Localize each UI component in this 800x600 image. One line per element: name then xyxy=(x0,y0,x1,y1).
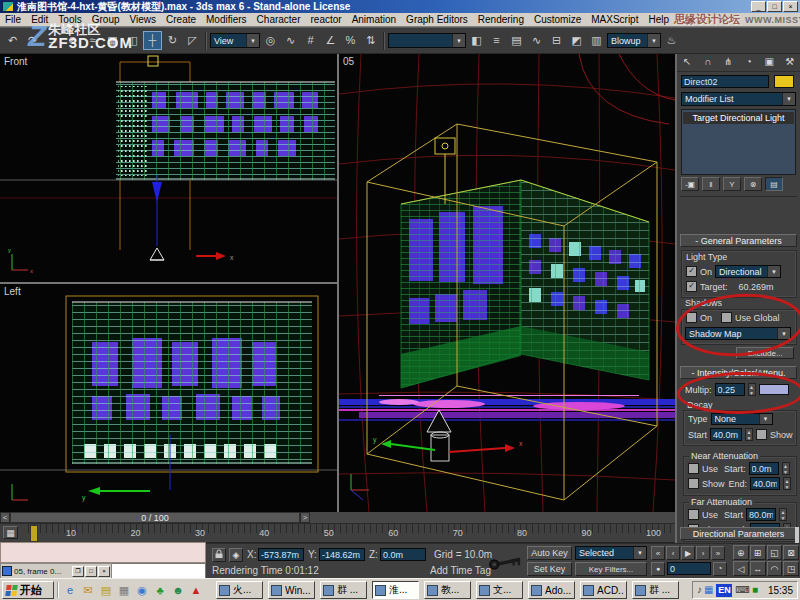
object-name-field[interactable] xyxy=(681,75,769,88)
time-slider-next-button[interactable]: > xyxy=(300,512,310,523)
align-icon[interactable]: ≡ xyxy=(487,31,506,50)
render-type-dropdown[interactable]: Blowup ▼ xyxy=(607,33,661,48)
angle-snap-icon[interactable]: ∠ xyxy=(321,31,340,50)
menu-item[interactable]: Edit xyxy=(26,14,53,25)
light-color-swatch-small[interactable] xyxy=(759,384,789,395)
layer-manager-icon[interactable]: ▤ xyxy=(507,31,526,50)
close-button[interactable]: × xyxy=(783,1,798,12)
menu-item[interactable]: Rendering xyxy=(473,14,529,25)
configure-modifier-sets-icon[interactable]: ▤ xyxy=(765,177,783,191)
task-qun-1[interactable]: 群 ... xyxy=(320,581,367,599)
ie-icon[interactable]: e xyxy=(62,582,78,598)
previous-frame-button[interactable]: ‹ xyxy=(666,546,680,560)
rollout-intensity[interactable]: - Intensity/Color/Attenu. xyxy=(680,366,797,379)
select-and-scale-icon[interactable]: ◸ xyxy=(183,31,202,50)
multiplier-field[interactable] xyxy=(715,383,745,396)
add-time-tag[interactable]: Add Time Tag xyxy=(430,565,491,576)
minimize-button[interactable]: _ xyxy=(751,1,766,12)
antivirus-icon[interactable]: ♣ xyxy=(152,582,168,598)
notes-icon[interactable]: ▤ xyxy=(98,582,114,598)
rollout-general-parameters[interactable]: - General Parameters xyxy=(680,234,797,247)
multiplier-spinner[interactable]: ▲▼ xyxy=(748,383,756,396)
modify-tab[interactable]: ∩ xyxy=(698,54,719,71)
light-type-dropdown[interactable]: Directional ▼ xyxy=(715,265,781,278)
zoom-extents-all-icon[interactable]: ⊠ xyxy=(783,545,799,560)
y-coordinate-field[interactable] xyxy=(319,548,365,561)
task-wenjian[interactable]: 文... xyxy=(476,581,523,599)
keyboard-icon[interactable]: ⌨ xyxy=(735,583,749,597)
key-mode-toggle-button[interactable]: ● xyxy=(651,562,665,576)
absolute-mode-button[interactable]: ◈ xyxy=(229,548,243,562)
select-and-manipulate-icon[interactable]: ∿ xyxy=(281,31,300,50)
time-configuration-button[interactable]: ◔ xyxy=(713,562,727,576)
z-coordinate-field[interactable] xyxy=(380,548,426,561)
viewport-label-front[interactable]: Front xyxy=(4,56,27,67)
redo-icon[interactable]: ↷ xyxy=(23,31,42,50)
play-button[interactable]: ▶ xyxy=(681,546,695,560)
decay-start-field[interactable] xyxy=(710,428,742,441)
mail-icon[interactable]: ✉ xyxy=(80,582,96,598)
time-slider-track[interactable]: 0 / 100 xyxy=(10,512,300,523)
undo-icon[interactable]: ↶ xyxy=(3,31,22,50)
menu-item[interactable]: Character xyxy=(252,14,306,25)
menu-item[interactable]: reactor xyxy=(306,14,347,25)
select-and-link-icon[interactable]: ⊃ xyxy=(43,31,62,50)
shadows-on-checkbox[interactable] xyxy=(686,312,697,323)
menu-item[interactable]: Create xyxy=(161,14,201,25)
vfb-restore-button[interactable]: ❐ xyxy=(72,566,84,577)
front-viewport[interactable]: x x y Front xyxy=(0,54,337,282)
snaps-toggle-icon[interactable]: # xyxy=(301,31,320,50)
vfb-close-button[interactable]: × xyxy=(98,566,110,577)
reference-coordinate-dropdown[interactable]: View ▼ xyxy=(210,33,260,48)
min-max-toggle-icon[interactable]: ◳ xyxy=(783,561,799,576)
zoom-extents-icon[interactable]: ◱ xyxy=(767,545,783,560)
decay-type-dropdown[interactable]: None ▼ xyxy=(711,413,773,425)
decay-show-checkbox[interactable] xyxy=(756,429,767,440)
current-frame-field[interactable] xyxy=(667,562,711,575)
task-qun-2[interactable]: 群 ... xyxy=(632,581,679,599)
exclude-button[interactable]: Exclude... xyxy=(736,347,794,359)
pan-icon[interactable]: ↔ xyxy=(750,561,766,576)
task-adobe[interactable]: Ado... xyxy=(528,581,575,599)
task-acdsee[interactable]: ACD... xyxy=(580,581,627,599)
vfb-title-bar[interactable]: 05, frame 0... ❐□× xyxy=(0,563,112,579)
near-show-checkbox[interactable] xyxy=(688,478,699,489)
make-unique-icon[interactable]: Y xyxy=(723,177,741,191)
menu-item[interactable]: Customize xyxy=(529,14,586,25)
next-frame-button[interactable]: › xyxy=(696,546,710,560)
menu-item[interactable]: Group xyxy=(87,14,125,25)
menu-item[interactable]: Animation xyxy=(347,14,401,25)
mirror-icon[interactable]: ◧ xyxy=(467,31,486,50)
select-and-move-icon[interactable]: ┼ xyxy=(143,31,162,50)
image-viewer-icon[interactable]: ▦ xyxy=(116,582,132,598)
track-bar[interactable]: ▦ 102030405060708090100 xyxy=(0,524,675,543)
menu-item[interactable]: MAXScript xyxy=(586,14,643,25)
volume-icon[interactable]: ♪ xyxy=(697,583,702,597)
camera-viewport[interactable]: y x 05 xyxy=(339,54,675,512)
maxscript-listener-input[interactable] xyxy=(112,563,206,579)
material-editor-icon[interactable]: ◩ xyxy=(567,31,586,50)
left-viewport[interactable]: y Left xyxy=(0,284,337,512)
menu-item[interactable]: File xyxy=(0,14,26,25)
auto-key-button[interactable]: Auto Key xyxy=(527,546,572,560)
antivirus-tray-icon[interactable]: ■ xyxy=(752,583,758,597)
use-pivot-center-icon[interactable]: ◎ xyxy=(261,31,280,50)
render-scene-icon[interactable]: ▥ xyxy=(587,31,606,50)
x-coordinate-field[interactable] xyxy=(258,548,304,561)
download-icon[interactable]: ▲ xyxy=(188,582,204,598)
create-tab[interactable]: ↖ xyxy=(677,54,698,71)
media-player-icon[interactable]: ◉ xyxy=(134,582,150,598)
arc-rotate-icon[interactable]: ◠ xyxy=(767,561,783,576)
rollout-directional-parameters[interactable]: Directional Parameters xyxy=(680,527,797,540)
language-indicator[interactable]: EN xyxy=(716,584,732,597)
decay-start-spinner[interactable]: ▲▼ xyxy=(745,428,753,441)
unlink-selection-icon[interactable]: ⊘ xyxy=(63,31,82,50)
far-start-field[interactable] xyxy=(746,508,776,521)
named-selection-sets-dropdown[interactable]: ▼ xyxy=(388,33,466,48)
motion-tab[interactable]: ◔ xyxy=(739,54,760,71)
far-use-checkbox[interactable] xyxy=(688,509,699,520)
near-end-field[interactable] xyxy=(750,477,780,490)
near-end-spinner[interactable]: ▲▼ xyxy=(783,477,791,490)
zoom-all-icon[interactable]: ⊞ xyxy=(750,545,766,560)
qq-icon[interactable]: ☻ xyxy=(170,582,186,598)
